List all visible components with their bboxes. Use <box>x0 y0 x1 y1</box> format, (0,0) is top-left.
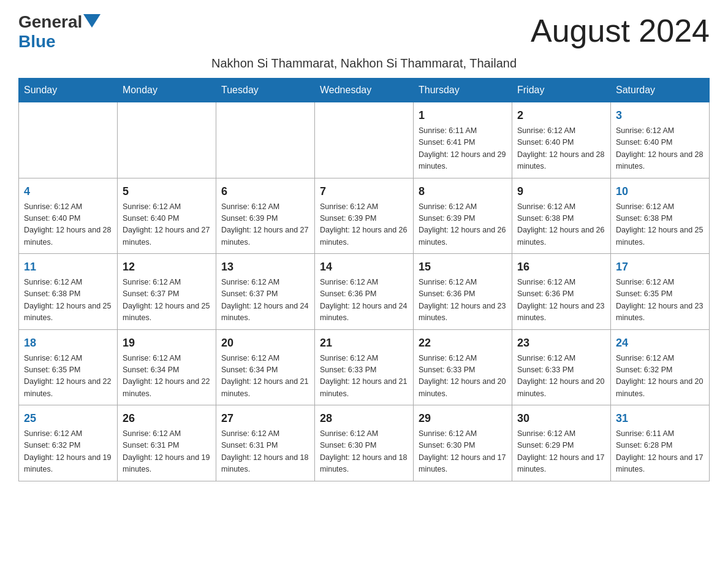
day-info: Sunrise: 6:12 AMSunset: 6:37 PMDaylight:… <box>123 277 211 324</box>
table-row: 19Sunrise: 6:12 AMSunset: 6:34 PMDayligh… <box>118 329 216 405</box>
day-number: 25 <box>24 410 112 427</box>
table-row: 31Sunrise: 6:11 AMSunset: 6:28 PMDayligh… <box>611 405 710 481</box>
day-number: 13 <box>221 259 309 275</box>
day-number: 18 <box>24 335 112 351</box>
table-row: 16Sunrise: 6:12 AMSunset: 6:36 PMDayligh… <box>512 254 611 330</box>
table-row: 20Sunrise: 6:12 AMSunset: 6:34 PMDayligh… <box>216 329 315 405</box>
table-row: 30Sunrise: 6:12 AMSunset: 6:29 PMDayligh… <box>512 405 611 481</box>
day-number: 2 <box>517 107 605 124</box>
table-row: 1Sunrise: 6:11 AMSunset: 6:41 PMDaylight… <box>414 102 512 178</box>
day-info: Sunrise: 6:12 AMSunset: 6:31 PMDaylight:… <box>123 428 211 476</box>
table-row: 6Sunrise: 6:12 AMSunset: 6:39 PMDaylight… <box>216 178 315 254</box>
day-number: 17 <box>616 259 704 275</box>
header-saturday: Saturday <box>611 79 710 102</box>
day-number: 16 <box>517 259 605 275</box>
logo-blue: Blue <box>18 32 56 51</box>
day-info: Sunrise: 6:12 AMSunset: 6:34 PMDaylight:… <box>123 353 211 400</box>
header-sunday: Sunday <box>19 79 118 102</box>
day-number: 24 <box>616 335 704 351</box>
day-number: 1 <box>419 107 507 124</box>
header-monday: Monday <box>118 79 216 102</box>
day-info: Sunrise: 6:12 AMSunset: 6:33 PMDaylight:… <box>419 353 507 400</box>
day-info: Sunrise: 6:12 AMSunset: 6:38 PMDaylight:… <box>517 201 605 249</box>
table-row: 8Sunrise: 6:12 AMSunset: 6:39 PMDaylight… <box>414 178 512 254</box>
day-number: 14 <box>320 259 408 275</box>
day-info: Sunrise: 6:12 AMSunset: 6:40 PMDaylight:… <box>616 125 704 173</box>
day-number: 6 <box>221 183 309 200</box>
day-number: 3 <box>616 107 704 124</box>
week-row-4: 18Sunrise: 6:12 AMSunset: 6:35 PMDayligh… <box>19 329 710 405</box>
day-number: 28 <box>320 410 408 427</box>
table-row: 15Sunrise: 6:12 AMSunset: 6:36 PMDayligh… <box>414 254 512 330</box>
calendar-header-row: SundayMondayTuesdayWednesdayThursdayFrid… <box>19 79 710 102</box>
day-info: Sunrise: 6:12 AMSunset: 6:40 PMDaylight:… <box>517 125 605 173</box>
table-row: 29Sunrise: 6:12 AMSunset: 6:30 PMDayligh… <box>414 405 512 481</box>
day-number: 20 <box>221 335 309 351</box>
header-wednesday: Wednesday <box>315 79 414 102</box>
day-info: Sunrise: 6:12 AMSunset: 6:30 PMDaylight:… <box>320 428 408 476</box>
day-info: Sunrise: 6:12 AMSunset: 6:34 PMDaylight:… <box>221 353 309 400</box>
table-row: 25Sunrise: 6:12 AMSunset: 6:32 PMDayligh… <box>19 405 118 481</box>
day-number: 19 <box>123 335 211 351</box>
table-row: 12Sunrise: 6:12 AMSunset: 6:37 PMDayligh… <box>118 254 216 330</box>
table-row: 17Sunrise: 6:12 AMSunset: 6:35 PMDayligh… <box>611 254 710 330</box>
day-info: Sunrise: 6:12 AMSunset: 6:30 PMDaylight:… <box>419 428 507 476</box>
week-row-1: 1Sunrise: 6:11 AMSunset: 6:41 PMDaylight… <box>19 102 710 178</box>
day-number: 23 <box>517 335 605 351</box>
day-info: Sunrise: 6:12 AMSunset: 6:35 PMDaylight:… <box>616 277 704 324</box>
day-number: 5 <box>123 183 211 200</box>
day-info: Sunrise: 6:12 AMSunset: 6:35 PMDaylight:… <box>24 353 112 400</box>
day-number: 8 <box>419 183 507 200</box>
day-info: Sunrise: 6:12 AMSunset: 6:36 PMDaylight:… <box>320 277 408 324</box>
day-number: 7 <box>320 183 408 200</box>
day-info: Sunrise: 6:12 AMSunset: 6:29 PMDaylight:… <box>517 428 605 476</box>
table-row: 7Sunrise: 6:12 AMSunset: 6:39 PMDaylight… <box>315 178 414 254</box>
table-row: 22Sunrise: 6:12 AMSunset: 6:33 PMDayligh… <box>414 329 512 405</box>
logo-general: General <box>18 12 82 32</box>
table-row: 3Sunrise: 6:12 AMSunset: 6:40 PMDaylight… <box>611 102 710 178</box>
day-number: 29 <box>419 410 507 427</box>
table-row: 10Sunrise: 6:12 AMSunset: 6:38 PMDayligh… <box>611 178 710 254</box>
header-friday: Friday <box>512 79 611 102</box>
day-number: 10 <box>616 183 704 200</box>
day-info: Sunrise: 6:12 AMSunset: 6:39 PMDaylight:… <box>320 201 408 249</box>
table-row: 4Sunrise: 6:12 AMSunset: 6:40 PMDaylight… <box>19 178 118 254</box>
day-number: 4 <box>24 183 112 200</box>
table-row: 27Sunrise: 6:12 AMSunset: 6:31 PMDayligh… <box>216 405 315 481</box>
table-row: 2Sunrise: 6:12 AMSunset: 6:40 PMDaylight… <box>512 102 611 178</box>
day-info: Sunrise: 6:12 AMSunset: 6:40 PMDaylight:… <box>123 201 211 249</box>
table-row: 18Sunrise: 6:12 AMSunset: 6:35 PMDayligh… <box>19 329 118 405</box>
table-row: 24Sunrise: 6:12 AMSunset: 6:32 PMDayligh… <box>611 329 710 405</box>
table-row <box>19 102 118 178</box>
table-row: 21Sunrise: 6:12 AMSunset: 6:33 PMDayligh… <box>315 329 414 405</box>
day-info: Sunrise: 6:12 AMSunset: 6:36 PMDaylight:… <box>419 277 507 324</box>
day-info: Sunrise: 6:12 AMSunset: 6:40 PMDaylight:… <box>24 201 112 249</box>
calendar-table: SundayMondayTuesdayWednesdayThursdayFrid… <box>18 78 710 481</box>
table-row: 11Sunrise: 6:12 AMSunset: 6:38 PMDayligh… <box>19 254 118 330</box>
month-title: August 2024 <box>531 12 710 49</box>
header-thursday: Thursday <box>414 79 512 102</box>
table-row: 13Sunrise: 6:12 AMSunset: 6:37 PMDayligh… <box>216 254 315 330</box>
table-row: 9Sunrise: 6:12 AMSunset: 6:38 PMDaylight… <box>512 178 611 254</box>
table-row: 5Sunrise: 6:12 AMSunset: 6:40 PMDaylight… <box>118 178 216 254</box>
day-info: Sunrise: 6:12 AMSunset: 6:32 PMDaylight:… <box>24 428 112 476</box>
day-number: 31 <box>616 410 704 427</box>
day-info: Sunrise: 6:12 AMSunset: 6:38 PMDaylight:… <box>24 277 112 324</box>
day-info: Sunrise: 6:12 AMSunset: 6:33 PMDaylight:… <box>320 353 408 400</box>
table-row: 28Sunrise: 6:12 AMSunset: 6:30 PMDayligh… <box>315 405 414 481</box>
page-header: General Blue August 2024 <box>18 12 710 52</box>
table-row <box>216 102 315 178</box>
day-number: 12 <box>123 259 211 275</box>
day-number: 11 <box>24 259 112 275</box>
day-info: Sunrise: 6:12 AMSunset: 6:32 PMDaylight:… <box>616 353 704 400</box>
day-number: 22 <box>419 335 507 351</box>
table-row: 26Sunrise: 6:12 AMSunset: 6:31 PMDayligh… <box>118 405 216 481</box>
day-number: 21 <box>320 335 408 351</box>
week-row-3: 11Sunrise: 6:12 AMSunset: 6:38 PMDayligh… <box>19 254 710 330</box>
day-info: Sunrise: 6:12 AMSunset: 6:31 PMDaylight:… <box>221 428 309 476</box>
table-row <box>118 102 216 178</box>
header-tuesday: Tuesday <box>216 79 315 102</box>
day-info: Sunrise: 6:12 AMSunset: 6:39 PMDaylight:… <box>419 201 507 249</box>
day-info: Sunrise: 6:12 AMSunset: 6:39 PMDaylight:… <box>221 201 309 249</box>
logo-triangle-icon <box>83 14 100 28</box>
